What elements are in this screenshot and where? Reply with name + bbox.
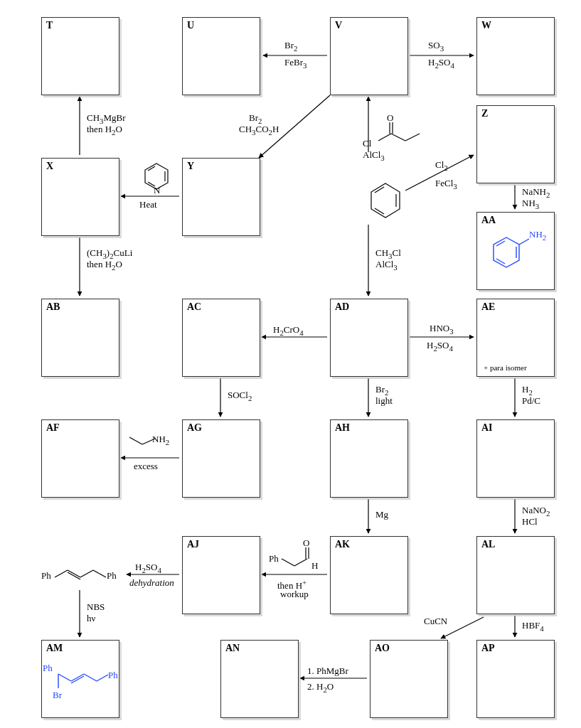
lbl-benz-Z-1: Cl2 (435, 159, 448, 173)
lbl-AE-note: + para isomer (484, 363, 527, 373)
svg-line-4 (378, 134, 391, 141)
box-AB: AB (41, 299, 119, 377)
reaction-roadmap: TUVWZXYAAABACADAEAFAGAHAIAJAKALAMANAOAP … (0, 0, 581, 728)
lbl-diene-ph1: Ph (41, 570, 51, 581)
svg-line-22 (80, 570, 93, 577)
svg-line-28 (519, 239, 529, 245)
lbl-diene-ph2: Ph (107, 570, 117, 581)
diene-product-icon (55, 570, 106, 579)
lbl-diene-AM-1: NBS (87, 601, 105, 612)
svg-line-16 (294, 559, 307, 566)
svg-line-13 (129, 437, 142, 444)
box-AK: AK (330, 536, 408, 614)
box-label-AJ: AJ (187, 539, 199, 550)
box-label-V: V (335, 20, 342, 31)
box-AI: AI (476, 419, 555, 498)
lbl-AD-AH-2: light (375, 395, 393, 406)
propanoyl-chloride-icon (378, 122, 420, 141)
box-T: T (41, 17, 119, 95)
lbl-acyl-o: O (387, 112, 393, 123)
benzene-icon (371, 183, 400, 218)
lbl-V-W-2: H2SO4 (428, 57, 454, 71)
lbl-AE-AI-2: Pd/C (522, 395, 540, 406)
am-ph2: Ph (108, 670, 118, 680)
phenylacetaldehyde-icon (282, 547, 309, 566)
aniline-structure: NH2 (485, 228, 549, 287)
box-label-AG: AG (187, 422, 202, 434)
lbl-Z-AA-2: NH3 (522, 198, 539, 212)
lbl-acyl-cl: Cl (363, 138, 371, 149)
box-AL: AL (476, 536, 555, 614)
box-label-AN: AN (225, 643, 240, 654)
lbl-X-AB-2: then H2O (87, 259, 122, 273)
lbl-diene-AM-2: hν (87, 613, 95, 623)
box-label-AA: AA (481, 215, 496, 226)
box-label-AF: AF (46, 422, 60, 434)
lbl-benz-Z-2: FeCl3 (435, 178, 457, 192)
box-label-X: X (46, 161, 53, 172)
box-AG: AG (182, 419, 260, 498)
box-AP: AP (476, 640, 555, 718)
box-Y: Y (182, 158, 260, 236)
svg-line-23 (93, 570, 106, 577)
lbl-pyridine-N: N (154, 185, 160, 196)
lbl-AC-AG: SOCl2 (228, 390, 252, 404)
ethylamine-icon (129, 437, 155, 444)
box-AN: AN (220, 640, 299, 718)
lbl-AG-AF-1: NH2 (152, 434, 169, 448)
box-label-Y: Y (187, 161, 194, 172)
box-label-AO: AO (375, 643, 390, 654)
lbl-AO-AN-2: 2. H2O (307, 681, 334, 695)
box-AD: AD (330, 299, 408, 377)
box-label-U: U (187, 20, 194, 31)
box-label-AH: AH (335, 422, 350, 434)
svg-line-33 (97, 675, 108, 681)
box-label-AM: AM (46, 643, 63, 654)
box-label-T: T (46, 20, 53, 31)
box-AJ: AJ (182, 536, 260, 614)
lbl-AL-AO: CuCN (424, 616, 447, 626)
box-label-Z: Z (481, 108, 488, 119)
lbl-AI-AL-2: HCl (522, 516, 538, 527)
svg-marker-9 (371, 183, 400, 218)
box-X: X (41, 158, 119, 236)
lbl-AD-AE-1: HNO3 (430, 323, 454, 337)
lbl-V-U-1: Br2 (284, 40, 297, 54)
lbl-AK-AJ-h: H (311, 560, 318, 571)
box-label-AK: AK (335, 539, 350, 550)
box-AF: AF (41, 419, 119, 498)
svg-line-6 (405, 134, 420, 141)
box-label-W: W (481, 20, 491, 31)
svg-line-29 (58, 674, 71, 681)
svg-line-11 (375, 208, 384, 214)
lbl-AG-AF-2: excess (134, 461, 158, 471)
box-W: W (476, 17, 555, 95)
box-label-AP: AP (481, 643, 495, 654)
svg-line-15 (282, 559, 294, 566)
am-ph1: Ph (43, 663, 53, 673)
lbl-AJ-diene-2: dehydration (129, 577, 174, 588)
lbl-V-Y-2: CH3CO2H (239, 124, 279, 138)
box-AO: AO (370, 640, 448, 718)
am-br: Br (53, 690, 62, 700)
svg-marker-24 (494, 237, 519, 267)
svg-line-12 (375, 187, 384, 193)
svg-line-19 (55, 570, 68, 577)
aniline-nh2-label: NH2 (529, 229, 546, 243)
box-label-AE: AE (481, 301, 495, 313)
svg-line-32 (84, 674, 97, 681)
box-AH: AH (330, 419, 408, 498)
lbl-Y-X: Heat (139, 199, 157, 210)
box-Z: Z (476, 105, 555, 183)
lbl-AO-AN-1: 1. PhMgBr (307, 665, 348, 676)
lbl-V-U-2: FeBr3 (284, 57, 307, 71)
lbl-AK-AJ-o: O (303, 537, 309, 548)
box-label-AB: AB (46, 301, 60, 313)
box-U: U (182, 17, 260, 95)
box-V: V (330, 17, 408, 95)
lbl-AK-AJ-workup: workup (280, 589, 309, 599)
lbl-acyl-alcl3: AlCl3 (363, 149, 385, 164)
lbl-benz-AD-2: AlCl3 (375, 259, 398, 273)
box-label-AI: AI (481, 422, 493, 434)
lbl-AL-AP: HBF4 (522, 620, 544, 634)
